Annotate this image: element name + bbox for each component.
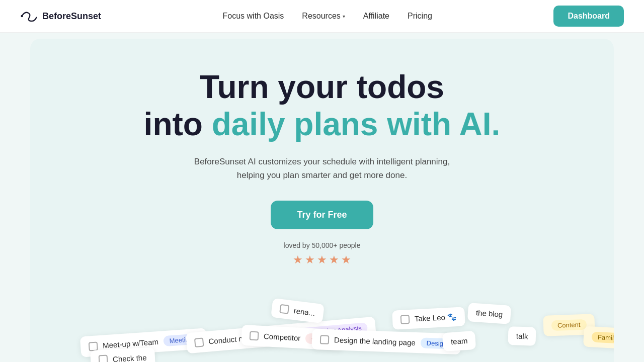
checkbox	[194, 337, 204, 347]
checkbox	[89, 341, 98, 350]
logo-icon	[20, 9, 38, 23]
checkbox	[279, 304, 289, 314]
svg-point-0	[21, 15, 23, 18]
task-card-family: Family	[583, 326, 614, 349]
task-card-talk: talk	[508, 326, 536, 346]
task-label: Competitor	[264, 332, 301, 342]
nav-resources[interactable]: Resources ▾	[302, 12, 345, 21]
nav-affiliate[interactable]: Affiliate	[363, 12, 389, 21]
star-rating: ★ ★ ★ ★ ★	[293, 253, 351, 266]
logo-text: BeforeSunset	[42, 11, 101, 22]
task-label: team	[450, 336, 467, 345]
loved-text: loved by 50,000+ people	[284, 241, 361, 249]
chevron-down-icon: ▾	[343, 14, 345, 19]
star-3: ★	[317, 253, 327, 266]
star-1: ★	[293, 253, 303, 266]
nav-focus[interactable]: Focus with Oasis	[223, 12, 284, 21]
hero-headline-line2: into daily plans with AI.	[144, 106, 501, 143]
task-card-blog: the blog	[467, 303, 512, 324]
try-for-free-button[interactable]: Try for Free	[271, 201, 373, 229]
hero-headline-line1: Turn your todos	[200, 69, 444, 106]
task-label: Check the	[113, 353, 147, 362]
tag-family: Family	[591, 331, 614, 343]
task-card-team: team	[442, 330, 476, 351]
task-card-design: Design the landing page Design	[311, 328, 461, 354]
task-card-rena: rena...	[271, 298, 324, 323]
task-label: talk	[516, 331, 528, 340]
checkbox	[400, 315, 410, 324]
hero-section: Turn your todos into daily plans with AI…	[30, 39, 614, 362]
nav-links: Focus with Oasis Resources ▾ Affiliate P…	[223, 12, 432, 21]
task-label: rena...	[293, 306, 315, 317]
task-label: Take Leo 🐾	[415, 312, 457, 323]
task-cards-decoration: Meet-up w/Team Meeting Check the Conduct…	[30, 283, 614, 362]
checkbox	[320, 334, 330, 344]
star-4: ★	[329, 253, 339, 266]
checkbox	[99, 354, 108, 362]
dashboard-button[interactable]: Dashboard	[553, 6, 624, 27]
star-5: ★	[341, 253, 351, 266]
task-card-take-leo: Take Leo 🐾	[392, 307, 465, 329]
logo[interactable]: BeforeSunset	[20, 9, 101, 23]
navbar: BeforeSunset Focus with Oasis Resources …	[0, 0, 644, 33]
checkbox	[250, 331, 259, 340]
task-label: Design the landing page	[334, 335, 416, 347]
hero-subtext: BeforeSunset AI customizes your schedule…	[194, 155, 450, 182]
tag-content: Content	[551, 319, 587, 330]
nav-pricing[interactable]: Pricing	[408, 12, 432, 21]
task-label: the blog	[475, 308, 503, 319]
star-2: ★	[305, 253, 315, 266]
